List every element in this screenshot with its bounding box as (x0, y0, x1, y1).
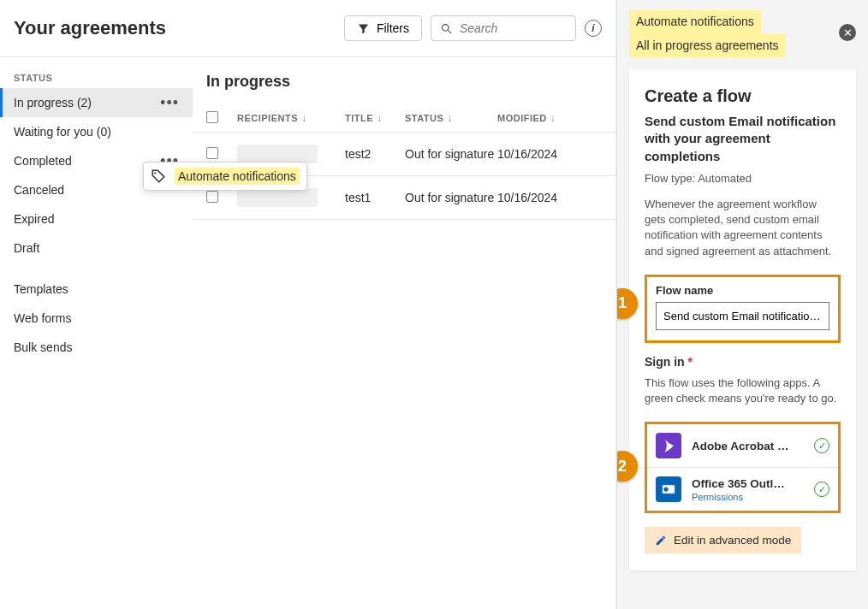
sidebar-item-expired[interactable]: Expired (0, 204, 193, 234)
sidebar-item-bulksends[interactable]: Bulk sends (0, 333, 193, 362)
outlook-icon (656, 476, 681, 502)
search-placeholder: Search (460, 21, 497, 35)
sidebar-item-draft[interactable]: Draft (0, 234, 193, 263)
panel-subtitle: Send custom Email notification with your… (645, 113, 841, 165)
row-checkbox[interactable] (206, 191, 218, 203)
svg-point-5 (663, 487, 668, 491)
row-title: test1 (345, 191, 405, 204)
info-icon[interactable]: i (585, 20, 602, 37)
signin-label: Sign in * (645, 355, 841, 369)
filters-label: Filters (377, 21, 409, 35)
context-menu-item[interactable]: Automate notifications (175, 168, 300, 185)
flow-name-input[interactable] (656, 302, 829, 330)
sidebar-item-label: Templates (14, 282, 68, 296)
recipient-redacted (237, 188, 318, 207)
acrobat-icon (656, 433, 681, 458)
edit-advanced-button[interactable]: Edit in advanced mode (645, 527, 801, 553)
context-menu[interactable]: Automate notifications (143, 162, 307, 191)
flow-name-label: Flow name (656, 284, 829, 297)
pencil-icon (655, 535, 667, 547)
permissions-link[interactable]: Permissions (692, 492, 804, 502)
row-modified: 10/16/2024 (497, 191, 574, 204)
select-all-checkbox[interactable] (206, 111, 218, 123)
more-icon[interactable]: ••• (160, 98, 179, 107)
app-name: Office 365 Outl… (692, 477, 804, 490)
app-row-outlook[interactable]: Office 365 Outl… Permissions ✓ (647, 468, 838, 511)
flow-name-field-box: Flow name (645, 275, 841, 343)
sidebar: STATUS In progress (2) ••• Waiting for y… (0, 57, 193, 609)
edit-advanced-label: Edit in advanced mode (674, 534, 791, 547)
page-title: Your agreements (14, 17, 336, 39)
recipient-redacted (237, 145, 318, 163)
sidebar-item-label: Canceled (14, 183, 64, 197)
col-modified[interactable]: MODIFIED↓ (497, 112, 574, 124)
app-row-acrobat[interactable]: Adobe Acrobat … ✓ (647, 424, 838, 468)
check-ok-icon: ✓ (814, 482, 829, 497)
sidebar-item-label: Draft (14, 241, 39, 255)
filters-button[interactable]: Filters (344, 15, 422, 41)
main-content: In progress RECIPIENTS↓ TITLE↓ STATUS↓ M… (193, 57, 615, 609)
signin-description: This flow uses the following apps. A gre… (645, 375, 841, 406)
search-input[interactable]: Search (431, 15, 576, 41)
row-title: test2 (345, 147, 405, 161)
col-recipients[interactable]: RECIPIENTS↓ (237, 112, 345, 124)
svg-point-0 (443, 24, 449, 31)
sort-arrow-icon: ↓ (447, 112, 453, 124)
svg-point-2 (154, 172, 156, 174)
section-title: In progress (193, 73, 615, 104)
row-modified: 10/16/2024 (497, 147, 574, 161)
sidebar-item-label: Waiting for you (0) (14, 125, 111, 139)
annotation-callout-1: 1 (616, 288, 638, 319)
panel-title: Create a flow (645, 86, 841, 106)
table-header: RECIPIENTS↓ TITLE↓ STATUS↓ MODIFIED↓ (193, 104, 615, 133)
app-name: Adobe Acrobat … (692, 440, 804, 452)
funnel-icon (357, 22, 370, 35)
sidebar-item-webforms[interactable]: Web forms (0, 304, 193, 333)
check-ok-icon: ✓ (814, 438, 829, 453)
col-title[interactable]: TITLE↓ (345, 112, 405, 124)
panel-description: Whenever the agreement workflow gets com… (645, 197, 841, 259)
sort-arrow-icon: ↓ (377, 112, 383, 124)
sidebar-item-label: Bulk sends (14, 340, 72, 354)
tag-icon (151, 169, 166, 184)
search-icon (440, 22, 453, 35)
sort-arrow-icon: ↓ (550, 112, 556, 124)
sort-arrow-icon: ↓ (301, 112, 307, 124)
sidebar-item-templates[interactable]: Templates (0, 275, 193, 304)
sidebar-item-label: In progress (2) (14, 96, 92, 109)
flow-panel: Automate notifications All in progress a… (616, 0, 868, 609)
table-row[interactable]: test2 Out for signature 10/16/2024 Autom… (193, 133, 615, 176)
panel-banner: Automate notifications All in progress a… (629, 10, 856, 57)
sidebar-item-label: Web forms (14, 311, 71, 325)
col-status[interactable]: STATUS↓ (405, 112, 497, 124)
flow-type: Flow type: Automated (645, 172, 841, 185)
row-status: Out for signature (405, 147, 497, 161)
sidebar-item-in-progress[interactable]: In progress (2) ••• (0, 88, 193, 117)
sidebar-item-label: Completed (14, 154, 72, 168)
sidebar-section-label: STATUS (0, 73, 193, 88)
row-checkbox[interactable] (206, 147, 218, 159)
apps-box: Adobe Acrobat … ✓ Office 365 Outl… Permi… (645, 422, 841, 513)
sidebar-item-label: Expired (14, 212, 54, 226)
row-status: Out for signature (405, 191, 497, 204)
annotation-callout-2: 2 (616, 451, 638, 482)
svg-line-1 (448, 30, 451, 33)
sidebar-item-waiting[interactable]: Waiting for you (0) (0, 117, 193, 146)
close-icon[interactable]: ✕ (839, 24, 856, 41)
